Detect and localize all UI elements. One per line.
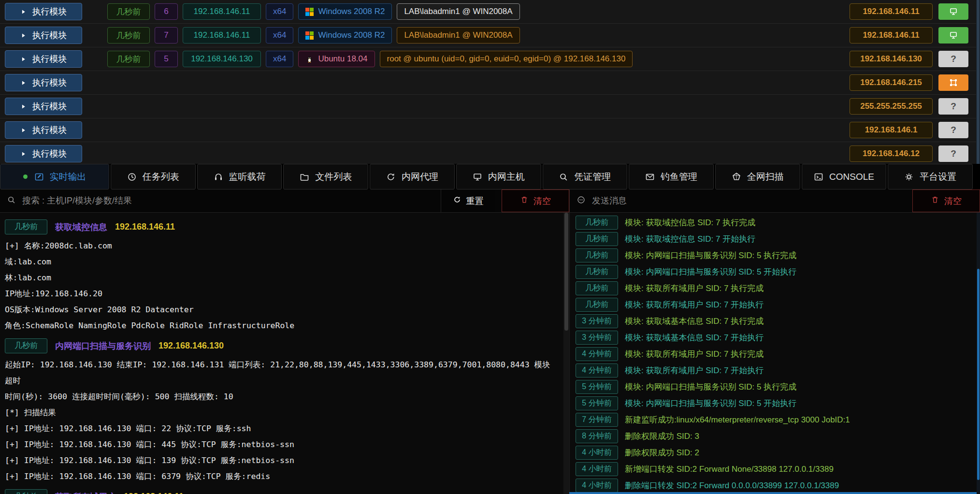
output-time-badge: 几秒前 <box>5 219 47 234</box>
notification-row: 几秒前模块: 获取所有域用户 SID: 7 执行完成 <box>576 281 980 295</box>
search-icon <box>559 172 568 182</box>
session-arch-badge: x64 <box>266 3 293 20</box>
play-icon <box>20 103 27 110</box>
send-message-input[interactable] <box>591 195 912 206</box>
windows-logo-icon <box>305 8 314 16</box>
session-time-badge: 几秒前 <box>107 27 150 44</box>
unknown-host-button[interactable]: ? <box>938 98 968 115</box>
execute-module-button[interactable]: 执行模块 <box>5 145 82 162</box>
main-content: 几秒前获取域控信息192.168.146.11[+] 名称:2008dc.lab… <box>0 213 980 494</box>
output-module-name: 获取所有域用户 <box>55 491 116 494</box>
notification-row: 7 分钟前新建监听成功:linux/x64/meterpreter/revers… <box>576 413 980 427</box>
execute-module-button[interactable]: 执行模块 <box>5 50 82 68</box>
notification-text: 模块: 获取所有域用户 SID: 7 开始执行 <box>625 299 764 310</box>
clear-notifications-button[interactable]: 清空 <box>912 189 980 212</box>
search-icon <box>7 195 16 206</box>
folder-icon <box>300 172 309 182</box>
unknown-host-button[interactable]: ? <box>938 51 968 67</box>
host-ip-badge: 192.168.146.12 <box>850 145 933 162</box>
notification-text: 新建监听成功:linux/x64/meterpreter/reverse_tcp… <box>625 414 850 425</box>
output-host-ip: 192.168.146.130 <box>159 341 224 351</box>
notification-hscrollbar[interactable] <box>569 492 977 494</box>
trash-icon <box>931 195 939 204</box>
execute-module-label: 执行模块 <box>32 6 67 17</box>
clock-icon <box>127 172 137 182</box>
execute-module-button[interactable]: 执行模块 <box>5 74 82 91</box>
notification-text: 模块: 内网端口扫描与服务识别 SID: 5 开始执行 <box>625 398 796 409</box>
frame-icon <box>949 78 958 87</box>
session-ip-badge: 192.168.146.130 <box>183 51 261 67</box>
notification-time-badge: 3 分钟前 <box>576 314 618 328</box>
session-row: 执行模块192.168.146.12? <box>0 142 980 164</box>
tab-label: 全网扫描 <box>747 171 784 183</box>
execute-module-button[interactable]: 执行模块 <box>5 121 82 139</box>
host-ip-badge: 192.168.146.215 <box>850 74 933 91</box>
session-scrollbar[interactable] <box>976 0 980 164</box>
notification-text: 模块: 内网端口扫描与服务识别 SID: 5 执行完成 <box>625 250 796 261</box>
session-host-button[interactable] <box>938 27 968 44</box>
monitor-icon <box>949 7 958 16</box>
search-input[interactable] <box>21 195 441 206</box>
tab-scan[interactable]: 全网扫描 <box>715 164 800 189</box>
execute-module-button[interactable]: 执行模块 <box>5 98 82 115</box>
trash-icon <box>520 195 529 204</box>
session-user-badge: LAB\labadmin1 @ WIN2008A <box>397 27 519 44</box>
realtime-output-panel: 几秒前获取域控信息192.168.146.11[+] 名称:2008dc.lab… <box>0 213 563 494</box>
toolbar: 重置 清空 清空 <box>0 189 980 213</box>
search-box <box>0 189 441 212</box>
tab-mail[interactable]: 钓鱼管理 <box>629 164 714 189</box>
execute-module-button[interactable]: 执行模块 <box>5 3 82 20</box>
notification-text: 模块: 内网端口扫描与服务识别 SID: 5 执行完成 <box>625 381 796 392</box>
clear-output-button[interactable]: 清空 <box>502 189 569 212</box>
penguin-icon <box>305 55 314 63</box>
active-dot <box>23 174 28 179</box>
notification-time-badge: 4 小时前 <box>576 479 618 493</box>
execute-module-label: 执行模块 <box>32 77 67 88</box>
session-host-button[interactable] <box>938 3 968 20</box>
tab-label: 内网代理 <box>402 171 438 183</box>
session-id-badge: 5 <box>155 51 178 67</box>
output-line: 域:lab.com <box>5 254 557 270</box>
output-line: [+] IP地址: 192.168.146.130 端口: 22 协议:TCP … <box>5 421 557 436</box>
unknown-host-button[interactable]: ? <box>938 122 968 138</box>
tab-folder[interactable]: 文件列表 <box>283 164 368 189</box>
tab-gear[interactable]: 平台设置 <box>888 164 973 189</box>
output-host-ip: 192.168.146.11 <box>115 222 175 232</box>
play-icon <box>20 80 27 86</box>
tab-console[interactable]: CONSOLE <box>802 164 887 189</box>
notification-time-badge: 8 分钟前 <box>576 429 618 443</box>
notification-text: 模块: 内网端口扫描与服务识别 SID: 5 开始执行 <box>625 266 796 277</box>
execute-module-button[interactable]: 执行模块 <box>5 27 82 44</box>
tab-search[interactable]: 凭证管理 <box>543 164 628 189</box>
output-module-name: 获取域控信息 <box>55 221 107 233</box>
session-row: 执行模块几秒前6192.168.146.11x64Windows 2008 R2… <box>0 0 980 24</box>
session-os-badge: Windows 2008 R2 <box>298 3 392 20</box>
tab-live[interactable]: 实时输出 <box>0 164 109 189</box>
host-right-group: 192.168.146.130? <box>850 51 980 67</box>
reset-button[interactable]: 重置 <box>441 189 495 212</box>
notification-text: 删除权限成功 SID: 2 <box>625 447 699 458</box>
tab-clock[interactable]: 任务列表 <box>111 164 196 189</box>
output-scrollbar[interactable] <box>563 213 569 494</box>
notification-scrollbar[interactable] <box>977 213 980 494</box>
unknown-host-button[interactable]: ? <box>938 145 968 162</box>
session-user-badge: LAB\labadmin1 @ WIN2008A <box>397 3 519 20</box>
notification-time-badge: 几秒前 <box>576 298 618 312</box>
notification-row: 4 小时前新增端口转发 SID:2 Forward None/33898 127… <box>576 462 980 476</box>
output-line: [+] 名称:2008dc.lab.com <box>5 238 557 254</box>
host-right-group: 192.168.146.11 <box>850 27 980 44</box>
notification-time-badge: 4 分钟前 <box>576 347 618 361</box>
session-arch-badge: x64 <box>266 27 293 44</box>
tab-headset[interactable]: 监听载荷 <box>197 164 282 189</box>
tab-host[interactable]: 内网主机 <box>456 164 541 189</box>
session-arch-badge: x64 <box>266 51 293 67</box>
notification-time-badge: 几秒前 <box>576 216 618 230</box>
network-host-button[interactable] <box>938 74 968 91</box>
tab-label: 任务列表 <box>143 171 179 183</box>
trash-icon <box>931 195 939 206</box>
message-box <box>569 189 912 212</box>
notification-text: 模块: 获取域控信息 SID: 7 执行完成 <box>625 217 755 228</box>
tab-proxy[interactable]: 内网代理 <box>370 164 455 189</box>
notification-row: 4 小时前删除端口转发 SID:2 Forward 0.0.0.0/33899 … <box>576 479 980 493</box>
notification-time-badge: 几秒前 <box>576 232 618 246</box>
